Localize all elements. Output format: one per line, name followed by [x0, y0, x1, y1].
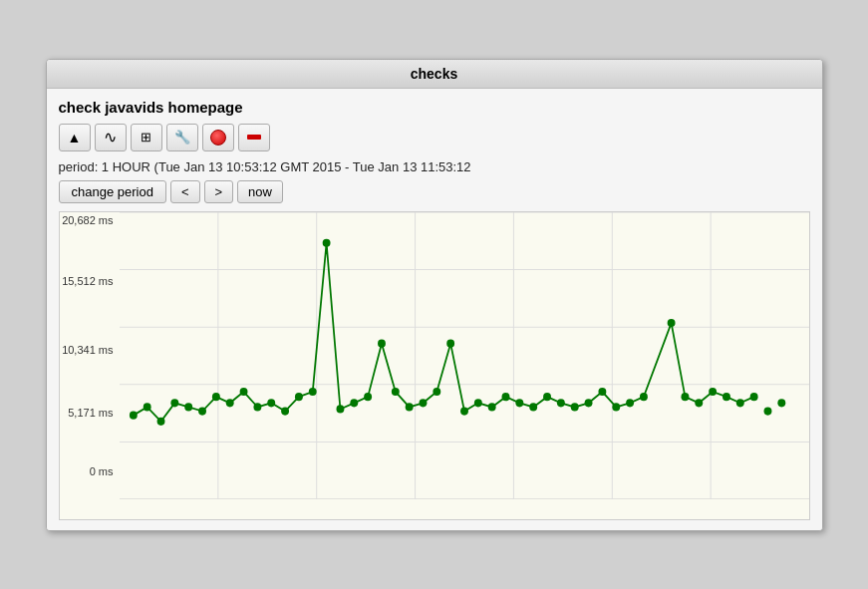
- title-bar: checks: [47, 60, 822, 89]
- svg-point-29: [364, 393, 372, 401]
- up-arrow-icon: ▲: [68, 130, 82, 146]
- svg-point-45: [584, 399, 592, 407]
- svg-point-56: [749, 393, 757, 401]
- svg-point-54: [723, 393, 730, 401]
- record-button[interactable]: [202, 124, 234, 151]
- svg-point-17: [198, 407, 206, 415]
- svg-point-13: [143, 403, 150, 411]
- svg-point-18: [211, 393, 219, 401]
- svg-point-33: [419, 399, 427, 407]
- svg-point-36: [460, 407, 468, 415]
- nav-bar: change period < > now: [59, 180, 810, 203]
- delete-button[interactable]: [238, 124, 270, 151]
- svg-point-16: [184, 403, 192, 411]
- check-name: check javavids homepage: [59, 99, 810, 116]
- chart-button[interactable]: ∿: [95, 124, 127, 151]
- y-label-0: 20,682 ms: [62, 214, 113, 226]
- svg-point-12: [129, 411, 137, 419]
- svg-point-15: [170, 399, 178, 407]
- y-axis: 20,682 ms 15,512 ms 10,341 ms 5,171 ms 0…: [60, 212, 120, 499]
- svg-point-38: [487, 403, 495, 411]
- svg-point-44: [570, 403, 578, 411]
- svg-point-40: [515, 399, 523, 407]
- svg-point-47: [612, 403, 620, 411]
- chart-svg-area: [120, 212, 809, 499]
- svg-point-48: [626, 399, 634, 407]
- y-label-2: 10,341 ms: [62, 344, 113, 356]
- red-circle-icon: [210, 130, 226, 146]
- svg-point-25: [308, 387, 316, 395]
- svg-point-35: [446, 339, 454, 347]
- list-button[interactable]: ⊞: [131, 124, 162, 151]
- svg-point-23: [281, 407, 289, 415]
- svg-point-43: [556, 399, 564, 407]
- window-title: checks: [411, 66, 457, 82]
- svg-point-21: [253, 403, 261, 411]
- svg-point-55: [735, 399, 743, 407]
- svg-point-32: [405, 403, 413, 411]
- chart-icon: ∿: [104, 128, 117, 147]
- next-button[interactable]: >: [204, 180, 234, 203]
- list-icon: ⊞: [141, 130, 151, 145]
- svg-point-31: [391, 387, 399, 395]
- svg-point-28: [350, 399, 358, 407]
- svg-point-27: [336, 405, 344, 413]
- svg-point-37: [473, 399, 481, 407]
- svg-point-57: [763, 407, 771, 415]
- svg-point-30: [378, 339, 386, 347]
- now-button[interactable]: now: [237, 180, 283, 203]
- svg-point-53: [709, 387, 717, 395]
- svg-point-52: [695, 399, 703, 407]
- svg-point-39: [501, 393, 509, 401]
- svg-point-24: [294, 393, 302, 401]
- chart-container: 20,682 ms 15,512 ms 10,341 ms 5,171 ms 0…: [59, 211, 810, 520]
- settings-button[interactable]: 🔧: [166, 124, 198, 151]
- up-button[interactable]: ▲: [59, 124, 91, 151]
- svg-point-50: [667, 318, 675, 326]
- main-window: checks check javavids homepage ▲ ∿ ⊞ 🔧 p…: [46, 59, 823, 531]
- wrench-icon: 🔧: [174, 130, 190, 145]
- change-period-button[interactable]: change period: [59, 180, 166, 203]
- y-label-3: 5,171 ms: [68, 407, 113, 419]
- svg-point-34: [433, 387, 440, 395]
- svg-point-49: [639, 393, 647, 401]
- chart-svg: [120, 212, 809, 499]
- toolbar: ▲ ∿ ⊞ 🔧: [59, 124, 810, 151]
- content-area: check javavids homepage ▲ ∿ ⊞ 🔧 period: …: [47, 89, 822, 530]
- red-minus-icon: [247, 135, 261, 140]
- svg-point-19: [225, 399, 233, 407]
- svg-point-46: [598, 387, 606, 395]
- svg-point-22: [267, 399, 275, 407]
- svg-point-51: [681, 393, 689, 401]
- svg-point-20: [239, 387, 247, 395]
- svg-point-26: [322, 238, 330, 246]
- svg-point-42: [543, 393, 551, 401]
- svg-point-41: [529, 403, 537, 411]
- prev-button[interactable]: <: [170, 180, 200, 203]
- svg-point-14: [156, 417, 164, 425]
- y-label-4: 0 ms: [90, 465, 114, 477]
- period-info: period: 1 HOUR (Tue Jan 13 10:53:12 GMT …: [59, 159, 810, 174]
- svg-point-58: [777, 399, 785, 407]
- y-label-1: 15,512 ms: [62, 275, 113, 287]
